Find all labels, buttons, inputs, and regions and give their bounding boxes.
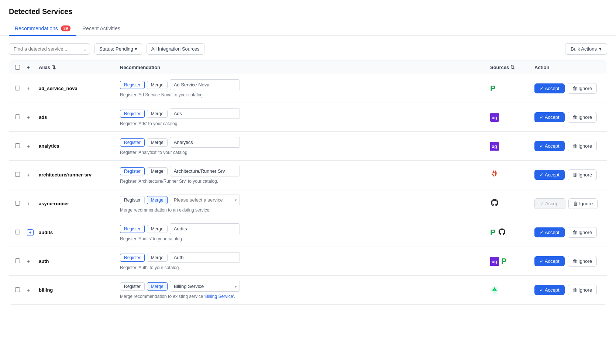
row-4-checkbox[interactable] xyxy=(15,172,20,177)
ignore-button[interactable]: 🗑 Ignore xyxy=(568,141,597,151)
rec-input[interactable] xyxy=(170,79,240,90)
bulk-actions-chevron-icon: ▾ xyxy=(599,46,602,52)
accept-button[interactable]: ✓ Accept xyxy=(534,83,565,93)
tab-recommendations[interactable]: Recommendations 39 xyxy=(9,22,76,36)
status-filter-button[interactable]: Status: Pending ▾ xyxy=(94,43,142,55)
row-2-checkbox[interactable] xyxy=(15,114,20,119)
newrelic-icon xyxy=(490,286,499,295)
row-3-checkbox[interactable] xyxy=(15,143,20,148)
ignore-button[interactable]: 🗑 Ignore xyxy=(568,285,597,295)
accept-button[interactable]: ✓ Accept xyxy=(534,227,565,237)
row-1-checkbox[interactable] xyxy=(15,86,20,90)
integration-sources-button[interactable]: All Integration Sources xyxy=(147,43,204,55)
rec-desc: Register 'Analytics' to your catalog. xyxy=(120,150,490,155)
register-button[interactable]: Register xyxy=(120,138,145,147)
rec-input[interactable] xyxy=(170,108,240,119)
sources-cell xyxy=(490,286,534,295)
rec-input-wrap xyxy=(170,223,240,234)
action-cell: ✓ Accept 🗑 Ignore xyxy=(534,141,601,151)
rec-input[interactable] xyxy=(170,195,240,205)
accept-button[interactable]: ✓ Accept xyxy=(534,170,565,180)
status-filter-label: Status: Pending xyxy=(99,46,133,52)
rec-input[interactable] xyxy=(170,223,240,234)
ignore-button[interactable]: 🗑 Ignore xyxy=(568,227,597,238)
tab-recent-activities[interactable]: Recent Activities xyxy=(76,22,126,36)
row-expand-active[interactable]: + xyxy=(27,229,34,236)
sources-cell: og xyxy=(490,113,534,122)
ignore-button[interactable]: 🗑 Ignore xyxy=(568,112,597,123)
merge-button[interactable]: Merge xyxy=(147,254,168,262)
row-expand[interactable]: + xyxy=(27,287,39,293)
rec-input-wrap xyxy=(170,252,240,263)
col-sources-label: Sources xyxy=(490,65,509,70)
accept-button[interactable]: ✓ Accept xyxy=(534,256,565,266)
pagerduty-icon: P xyxy=(501,257,507,266)
row-6-checkbox[interactable] xyxy=(15,230,20,234)
accept-button[interactable]: ✓ Accept xyxy=(534,285,565,295)
svg-text:og: og xyxy=(492,259,497,264)
col-alias-sort-icon[interactable]: ⇅ xyxy=(52,65,56,70)
register-button[interactable]: Register xyxy=(120,110,145,118)
rec-input[interactable] xyxy=(170,281,240,292)
merge-button[interactable]: Merge xyxy=(147,110,168,118)
row-7-checkbox[interactable] xyxy=(15,258,20,263)
merge-button[interactable]: Merge xyxy=(147,225,168,233)
sources-cell: P xyxy=(490,228,534,237)
ignore-button[interactable]: 🗑 Ignore xyxy=(568,198,598,209)
register-button[interactable]: Register xyxy=(120,225,145,233)
bulk-actions-button[interactable]: Bulk Actions ▾ xyxy=(565,43,607,55)
col-checkbox xyxy=(15,65,27,70)
merge-button[interactable]: Merge xyxy=(147,282,168,291)
recommendation-cell: Register Merge Register 'Ads' to your ca… xyxy=(120,108,490,126)
gitlab-icon xyxy=(490,169,499,181)
rec-input-wrap: ▾ xyxy=(170,195,240,205)
rec-input[interactable] xyxy=(170,252,240,263)
ignore-button[interactable]: 🗑 Ignore xyxy=(568,169,597,180)
col-recommendation-label: Recommendation xyxy=(120,65,160,70)
search-input[interactable] xyxy=(9,43,90,55)
merge-button[interactable]: Merge xyxy=(147,167,168,175)
row-5-checkbox[interactable] xyxy=(15,201,20,206)
rec-input-wrap xyxy=(170,108,240,119)
sources-cell: P xyxy=(490,84,534,93)
register-button[interactable]: Register xyxy=(120,167,145,175)
github-icon xyxy=(490,198,499,209)
rec-input[interactable] xyxy=(170,166,240,176)
merge-button[interactable]: Merge xyxy=(147,196,168,204)
col-sources-sort-icon[interactable]: ⇅ xyxy=(510,65,515,70)
row-expand[interactable]: + xyxy=(27,143,39,149)
row-expand[interactable]: + xyxy=(27,258,39,264)
row-checkbox xyxy=(15,201,27,207)
row-expand[interactable]: + xyxy=(27,201,39,207)
register-button[interactable]: Register xyxy=(120,81,145,89)
merge-button[interactable]: Merge xyxy=(147,81,168,89)
ignore-button[interactable]: 🗑 Ignore xyxy=(568,256,597,267)
row-expand[interactable]: + xyxy=(27,172,39,178)
accept-button[interactable]: ✓ Accept xyxy=(534,141,565,151)
rec-input[interactable] xyxy=(170,137,240,148)
register-button[interactable]: Register xyxy=(120,254,145,262)
row-8-checkbox[interactable] xyxy=(15,287,20,292)
opsgenie-icon: og xyxy=(490,113,499,122)
col-expand: + xyxy=(27,65,39,70)
svg-text:og: og xyxy=(492,115,497,120)
rec-buttons: Register Merge xyxy=(120,252,490,263)
accept-button[interactable]: ✓ Accept xyxy=(534,198,565,209)
row-checkbox xyxy=(15,143,27,149)
content-area: ⌕ Status: Pending ▾ All Integration Sour… xyxy=(0,36,616,312)
row-expand[interactable]: + xyxy=(27,114,39,120)
table-row: + ads Register Merge Register 'Ads' to y… xyxy=(9,103,607,132)
action-cell: ✓ Accept 🗑 Ignore xyxy=(534,227,601,238)
ignore-button[interactable]: 🗑 Ignore xyxy=(568,83,597,94)
register-button[interactable]: Register xyxy=(120,282,145,291)
register-button[interactable]: Register xyxy=(120,196,145,204)
billing-service-link[interactable]: Billing Service xyxy=(205,294,233,299)
rec-buttons: Register Merge ▾ xyxy=(120,195,490,205)
merge-button[interactable]: Merge xyxy=(147,138,168,147)
row-expand[interactable]: + xyxy=(27,86,39,92)
row-alias: auth xyxy=(39,258,120,264)
accept-button[interactable]: ✓ Accept xyxy=(534,112,565,122)
select-all-checkbox[interactable] xyxy=(15,65,20,70)
table-row: + ad_service_nova Register Merge Registe… xyxy=(9,74,607,103)
sources-cell: og xyxy=(490,142,534,151)
